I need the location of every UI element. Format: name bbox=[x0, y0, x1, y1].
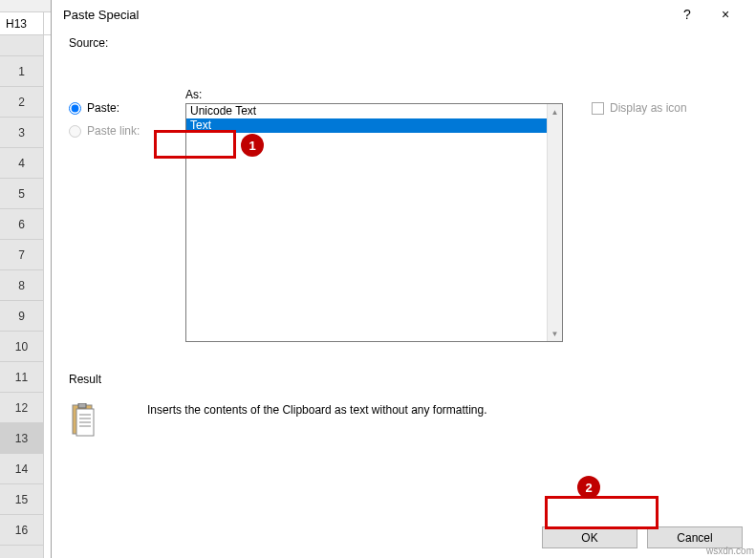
result-label: Result bbox=[69, 373, 739, 386]
row-header[interactable]: 3 bbox=[0, 118, 43, 148]
scroll-up-icon[interactable]: ▲ bbox=[548, 104, 562, 119]
list-item-text[interactable]: Text bbox=[186, 118, 562, 133]
result-description: Inserts the contents of the Clipboard as… bbox=[147, 403, 487, 417]
row-header[interactable]: 4 bbox=[0, 148, 43, 179]
paste-link-radio bbox=[69, 125, 81, 138]
display-as-icon-row: Display as icon bbox=[592, 101, 687, 115]
row-header[interactable]: 9 bbox=[0, 301, 43, 332]
row-header[interactable]: 7 bbox=[0, 240, 43, 270]
row-header[interactable]: 6 bbox=[0, 209, 43, 240]
paste-special-dialog: Paste Special ? × Source: Paste: Paste l… bbox=[51, 0, 756, 558]
listbox-scrollbar[interactable]: ▲ ▼ bbox=[547, 104, 562, 341]
row-header[interactable]: 1 bbox=[0, 56, 43, 87]
row-header[interactable]: 16 bbox=[0, 515, 43, 546]
row-header[interactable]: 10 bbox=[0, 332, 43, 362]
dialog-title: Paste Special bbox=[63, 8, 668, 22]
row-header[interactable]: 5 bbox=[0, 179, 43, 209]
source-label: Source: bbox=[69, 36, 739, 50]
clipboard-icon bbox=[69, 403, 99, 441]
row-header[interactable]: 11 bbox=[0, 362, 43, 393]
paste-link-radio-row: Paste link: bbox=[69, 124, 157, 138]
scroll-down-icon[interactable]: ▼ bbox=[548, 326, 562, 341]
row-header[interactable]: 13 bbox=[0, 423, 43, 454]
close-button[interactable]: × bbox=[706, 0, 745, 29]
row-headers: 12345678910111213141516 bbox=[0, 35, 44, 558]
display-as-icon-checkbox bbox=[592, 102, 604, 115]
paste-link-radio-label: Paste link: bbox=[87, 124, 140, 138]
ok-button[interactable]: OK bbox=[542, 526, 637, 548]
as-label: As: bbox=[185, 88, 563, 101]
watermark: wsxdn.com bbox=[706, 546, 754, 556]
row-header[interactable]: 15 bbox=[0, 484, 43, 515]
paste-radio-label: Paste: bbox=[87, 101, 119, 115]
dialog-titlebar[interactable]: Paste Special ? × bbox=[52, 0, 756, 29]
list-item-unicode-text[interactable]: Unicode Text bbox=[186, 104, 562, 118]
paste-radio-row[interactable]: Paste: bbox=[69, 101, 157, 115]
annotation-badge-2: 2 bbox=[577, 476, 600, 499]
display-as-icon-label: Display as icon bbox=[610, 101, 687, 115]
row-header[interactable]: 2 bbox=[0, 87, 43, 118]
row-header[interactable]: 14 bbox=[0, 454, 43, 484]
annotation-badge-1: 1 bbox=[241, 134, 264, 157]
name-box[interactable]: H13 bbox=[0, 12, 44, 34]
row-header[interactable]: 12 bbox=[0, 393, 43, 423]
paste-radio[interactable] bbox=[69, 102, 81, 115]
help-button[interactable]: ? bbox=[668, 0, 706, 29]
select-all-corner[interactable] bbox=[0, 35, 43, 56]
row-header[interactable]: 8 bbox=[0, 270, 43, 301]
svg-rect-2 bbox=[78, 403, 86, 408]
